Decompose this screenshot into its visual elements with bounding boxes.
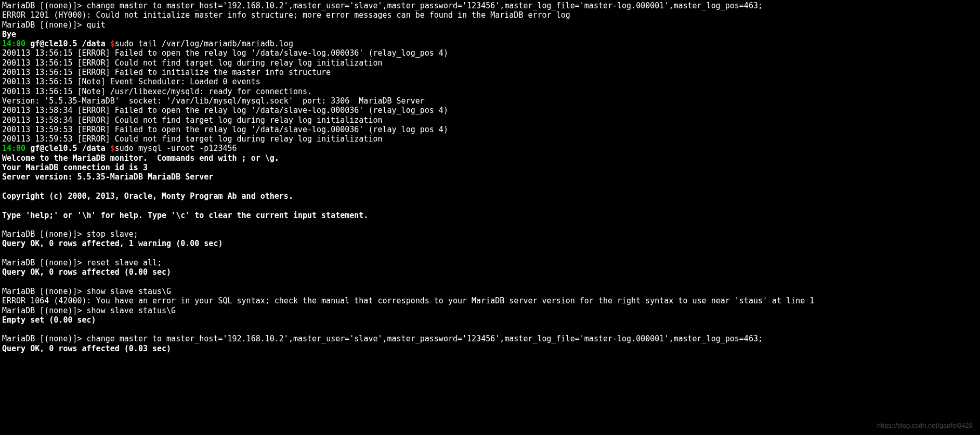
banner-line: Your MariaDB connection id is 3 [2, 163, 148, 172]
banner-line: Server version: 5.5.35-MariaDB MariaDB S… [2, 172, 213, 182]
log-line: 200113 13:59:53 [ERROR] Failed to open t… [2, 125, 448, 134]
log-line: 200113 13:56:15 [Note] /usr/libexec/mysq… [2, 87, 312, 96]
bye-text: Bye [2, 30, 16, 39]
shell-time: 14:00 [2, 39, 25, 48]
shell-dollar: $ [110, 144, 115, 153]
cmd-tail: sudo tail /var/log/mariadb/mariadb.log [115, 39, 293, 48]
shell-userhost: gf@cle10.5 /data [25, 39, 110, 48]
log-line: 200113 13:58:34 [ERROR] Could not find t… [2, 116, 383, 125]
error-1064: ERROR 1064 (42000): You have an error in… [2, 296, 814, 305]
log-line: 200113 13:58:34 [ERROR] Failed to open t… [2, 106, 448, 115]
log-line: 200113 13:56:15 [ERROR] Could not find t… [2, 58, 383, 68]
mariadb-prompt: MariaDB [(none)]> [2, 229, 87, 239]
banner-line: Type 'help;' or '\h' for help. Type '\c'… [2, 211, 368, 220]
cmd-change-master: change master to master_host='192.168.10… [87, 1, 763, 10]
shell-time: 14:00 [2, 144, 25, 153]
mariadb-prompt: MariaDB [(none)]> [2, 258, 87, 267]
mariadb-prompt: MariaDB [(none)]> [2, 287, 87, 296]
result-stop-slave: Query OK, 0 rows affected, 1 warning (0.… [2, 239, 223, 248]
banner-line: Welcome to the MariaDB monitor. Commands… [2, 153, 279, 163]
log-line: 200113 13:59:53 [ERROR] Could not find t… [2, 134, 383, 144]
log-line: 200113 13:56:15 [ERROR] Failed to open t… [2, 48, 448, 58]
cmd-quit: quit [87, 20, 106, 30]
cmd-stop-slave: stop slave; [87, 229, 138, 239]
cmd-mysql: sudo mysql -uroot -p123456 [115, 144, 237, 153]
mariadb-prompt: MariaDB [(none)]> [2, 306, 87, 315]
cmd-reset-slave: reset slave all; [87, 258, 162, 267]
log-line: 200113 13:56:15 [ERROR] Failed to initia… [2, 68, 331, 77]
log-line: 200113 13:56:15 [Note] Event Scheduler: … [2, 77, 260, 86]
mariadb-prompt: MariaDB [(none)]> [2, 1, 87, 10]
result-reset-slave: Query OK, 0 rows affected (0.00 sec) [2, 267, 171, 277]
mariadb-prompt: MariaDB [(none)]> [2, 334, 87, 343]
error-1201: ERROR 1201 (HY000): Could not initialize… [2, 10, 570, 20]
terminal-output[interactable]: MariaDB [(none)]> change master to maste… [0, 0, 980, 354]
cmd-show-staus: show slave staus\G [87, 287, 172, 296]
shell-userhost: gf@cle10.5 /data [25, 144, 110, 153]
result-empty-set: Empty set (0.00 sec) [2, 315, 96, 325]
mariadb-prompt: MariaDB [(none)]> [2, 20, 87, 30]
cmd-change-master: change master to master_host='192.168.10… [87, 334, 763, 343]
cmd-show-status: show slave status\G [87, 306, 176, 315]
banner-line: Copyright (c) 2000, 2013, Oracle, Monty … [2, 191, 293, 201]
log-line: Version: '5.5.35-MariaDB' socket: '/var/… [2, 96, 425, 106]
shell-dollar: $ [110, 39, 115, 48]
watermark-text: https://blog.csdn.net/gaofei0428 [877, 421, 973, 430]
result-change-master: Query OK, 0 rows affected (0.03 sec) [2, 344, 171, 353]
